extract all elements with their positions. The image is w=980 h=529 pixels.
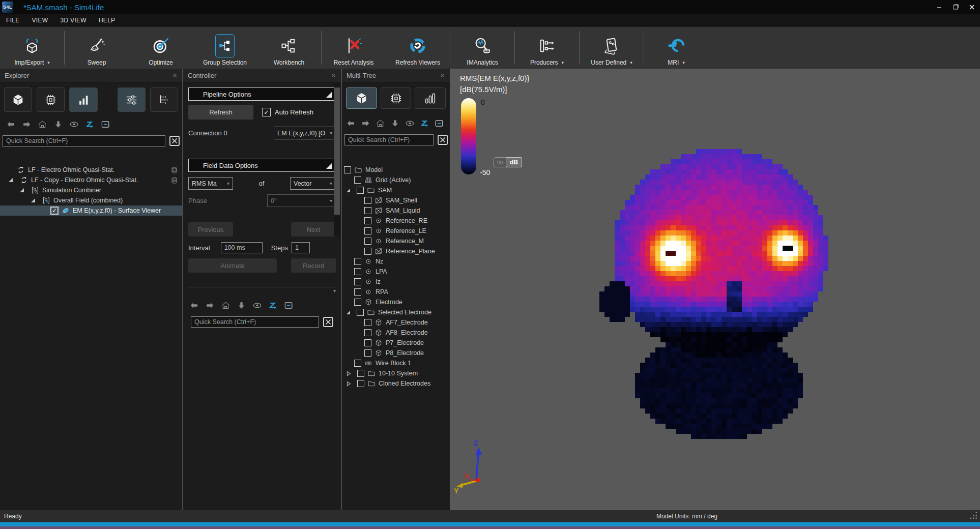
multitree-tree-item-cloned-electrodes[interactable]: Cloned Electrodes (342, 378, 450, 389)
home-icon[interactable] (221, 301, 230, 310)
toolbar-workbench[interactable]: Workbench (257, 27, 321, 69)
multitree-tree-item-p8-electrode[interactable]: P8_Electrode (342, 348, 450, 358)
expand-expander-icon[interactable] (347, 371, 351, 376)
menu-item-help[interactable]: HELP (99, 17, 116, 24)
z-order-icon[interactable] (268, 301, 278, 310)
multitree-tree-item-sam[interactable]: SAM (342, 185, 450, 195)
controller-close-icon[interactable]: ✕ (331, 72, 336, 79)
pipeline-options-header[interactable]: Pipeline Options (188, 87, 336, 101)
home-icon[interactable] (376, 119, 385, 128)
db-scale-button[interactable]: dB (506, 157, 522, 167)
multitree-tree-item-reference-plane[interactable]: Reference_Plane (342, 246, 450, 256)
reference-m-visibility-checkbox[interactable] (364, 238, 371, 245)
multitree-view-chip-icon[interactable] (381, 87, 412, 109)
reference-re-visibility-checkbox[interactable] (364, 217, 371, 224)
multitree-tree-item-reference-re[interactable]: Reference_RE (342, 216, 450, 226)
collapse-expander-icon[interactable] (347, 311, 350, 314)
multitree-tree-item-wire-block-1[interactable]: Wire Block 1 (342, 358, 450, 368)
scroll-down-icon[interactable]: ▾ (333, 288, 336, 293)
10-10-system-visibility-checkbox[interactable] (357, 370, 364, 377)
toolbar-group-selection[interactable]: Group Selection (193, 27, 257, 69)
animate-button[interactable]: Animate (188, 258, 277, 273)
toolbar-imp-export[interactable]: Imp/Export▾ (0, 27, 64, 69)
multitree-tree-item-sam-liquid[interactable]: SAM_Liquid (342, 205, 450, 216)
collapse-all-icon[interactable] (101, 120, 110, 129)
quantity-dropdown[interactable]: RMS Ma▾ (188, 177, 233, 190)
close-button[interactable] (964, 0, 980, 14)
toolbar-user-defined[interactable]: User Defined▾ (580, 27, 644, 69)
collapse-expander-icon[interactable] (20, 188, 24, 192)
multitree-tree-item-electrode[interactable]: Electrode (342, 297, 450, 307)
explorer-search-input[interactable] (3, 135, 165, 146)
forward-arrow-icon[interactable] (361, 119, 370, 128)
explorer-tree-item-overall-field-combined[interactable]: Overall Field (combined) (0, 195, 182, 205)
em-e-x-y-z-f0-surface-viewer-visibility-checkbox[interactable] (50, 207, 59, 215)
toolbar-refresh-viewers[interactable]: Refresh Viewers (386, 27, 450, 69)
sam-liquid-visibility-checkbox[interactable] (364, 207, 371, 214)
back-arrow-icon[interactable] (346, 119, 356, 128)
menu-item-file[interactable]: FILE (6, 17, 20, 24)
multitree-view-bar-chart-outline-icon[interactable] (415, 87, 446, 109)
forward-arrow-icon[interactable] (205, 301, 215, 310)
toolbar-imanalytics[interactable]: IMAnalytics (450, 27, 514, 69)
steps-input[interactable] (292, 242, 310, 253)
rpa-visibility-checkbox[interactable] (354, 288, 361, 296)
down-arrow-icon[interactable] (237, 301, 246, 310)
explorer-tree-item-em-e-x-y-z-f0-surface-viewer[interactable]: EM E(x,y,z,f0) - Surface Viewer (0, 205, 182, 216)
multitree-search-input[interactable] (344, 134, 434, 145)
scrollbar-thumb[interactable] (334, 87, 340, 215)
lin-scale-button[interactable]: lin (494, 158, 506, 167)
viewport-3d[interactable]: RMS{EM E(x,y,z,f0)} [dB(75.5V/m)] 0 -50 … (450, 69, 980, 510)
toolbar-mri[interactable]: MRI▾ (644, 27, 708, 69)
forward-arrow-icon[interactable] (22, 120, 32, 129)
chevron-down-icon[interactable]: ▾ (682, 60, 685, 65)
resize-grip[interactable] (969, 511, 978, 520)
multitree-tree-item-iz[interactable]: Iz (342, 277, 450, 287)
chevron-down-icon[interactable]: ▾ (630, 60, 632, 65)
controller-scrollbar[interactable] (334, 83, 340, 236)
explorer-tree-item-lf-electro-ohmic-quasi-stat[interactable]: LF - Electro Ohmic Quasi-Stat. (0, 165, 182, 175)
multitree-tree-item-nz[interactable]: Nz (342, 256, 450, 267)
p8-electrode-visibility-checkbox[interactable] (364, 349, 371, 357)
multitree-tree-item-af7-electrode[interactable]: AF7_Electrode (342, 317, 450, 328)
maximize-button[interactable] (947, 0, 964, 14)
multitree-close-icon[interactable]: ✕ (440, 72, 445, 79)
collapse-expander-icon[interactable] (9, 178, 13, 182)
multitree-search-clear-button[interactable] (438, 135, 448, 145)
explorer-view-sliders-icon[interactable] (118, 87, 146, 112)
multitree-tree-item-model[interactable]: Model (342, 165, 450, 175)
multitree-tree-item-reference-le[interactable]: Reference_LE (342, 226, 450, 236)
chevron-down-icon[interactable]: ▾ (562, 60, 564, 65)
explorer-tree-item-simulation-combiner[interactable]: Simulation Combiner (0, 185, 182, 195)
electrode-visibility-checkbox[interactable] (354, 299, 361, 306)
multitree-tree-item-af8-electrode[interactable]: AF8_Electrode (342, 328, 450, 338)
refresh-button[interactable]: Refresh (188, 105, 253, 120)
multitree-tree-item-selected-electrode[interactable]: Selected Electrode (342, 307, 450, 317)
multitree-tree-item-lpa[interactable]: LPA (342, 267, 450, 277)
selected-electrode-visibility-checkbox[interactable] (357, 309, 364, 316)
wire-block-1-visibility-checkbox[interactable] (354, 360, 361, 367)
component-dropdown[interactable]: Vector▾ (290, 177, 336, 190)
collapse-all-icon[interactable] (435, 119, 444, 128)
eye-icon[interactable] (405, 119, 415, 128)
expand-expander-icon[interactable] (347, 381, 351, 387)
back-arrow-icon[interactable] (6, 120, 16, 129)
multitree-tree-item-10-10-system[interactable]: 10-10 System (342, 368, 450, 378)
explorer-tree-item-lf-copy-electro-ohmic-quasi-stat[interactable]: LF - Copy - Electro Ohmic Quasi-Stat. (0, 175, 182, 185)
collapse-all-icon[interactable] (284, 301, 294, 310)
reference-le-visibility-checkbox[interactable] (364, 227, 371, 234)
down-arrow-icon[interactable] (390, 119, 400, 128)
af8-electrode-visibility-checkbox[interactable] (364, 329, 371, 336)
explorer-search-clear-button[interactable] (169, 136, 180, 146)
explorer-close-icon[interactable]: ✕ (172, 72, 178, 79)
lpa-visibility-checkbox[interactable] (354, 268, 361, 275)
multitree-tree-item-rpa[interactable]: RPA (342, 287, 450, 297)
reference-plane-visibility-checkbox[interactable] (364, 248, 371, 255)
explorer-view-chip-icon[interactable] (37, 87, 65, 112)
controller-search-input[interactable] (191, 316, 319, 328)
menu-item-3d-view[interactable]: 3D VIEW (60, 17, 86, 24)
multitree-tree-item-p7-electrode[interactable]: P7_Electrode (342, 338, 450, 348)
minimize-button[interactable] (931, 0, 947, 14)
down-arrow-icon[interactable] (53, 120, 63, 129)
eye-icon[interactable] (69, 120, 79, 129)
